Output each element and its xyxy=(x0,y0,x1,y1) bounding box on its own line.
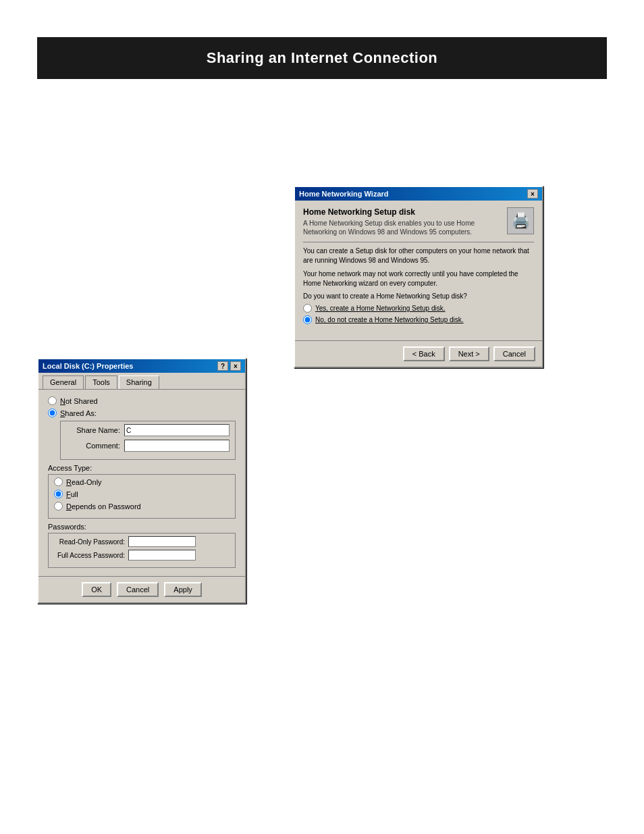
read-only-radio[interactable] xyxy=(54,477,63,486)
read-only-pw-row: Read-Only Password: xyxy=(54,536,230,547)
wizard-section-subtitle: A Home Networking Setup disk enables you… xyxy=(303,219,502,236)
wizard-header-text: Home Networking Setup disk A Home Networ… xyxy=(303,207,502,236)
full-access-pw-input[interactable] xyxy=(128,550,196,561)
read-only-row[interactable]: Read-Only xyxy=(54,477,230,486)
wizard-back-button[interactable]: < Back xyxy=(403,346,445,361)
shared-as-fields: Share Name: Comment: xyxy=(60,421,236,460)
properties-footer: OK Cancel Apply xyxy=(38,576,245,602)
properties-ok-button[interactable]: OK xyxy=(82,582,111,597)
wizard-title-text: Home Networking Wizard xyxy=(299,190,389,198)
wizard-option-yes[interactable]: Yes, create a Home Networking Setup disk… xyxy=(303,304,534,313)
full-label: Full xyxy=(66,490,78,498)
wizard-radio-no[interactable] xyxy=(303,315,312,324)
not-shared-label: Not Shared xyxy=(60,397,98,405)
tab-general[interactable]: General xyxy=(43,375,84,389)
depends-radio[interactable] xyxy=(54,502,63,511)
passwords-section-label: Passwords: xyxy=(48,523,236,531)
passwords-box: Read-Only Password: Full Access Password… xyxy=(48,533,236,568)
wizard-section-title: Home Networking Setup disk xyxy=(303,207,502,217)
full-row[interactable]: Full xyxy=(54,490,230,498)
tab-strip: General Tools Sharing xyxy=(38,373,245,389)
properties-help-button[interactable]: ? xyxy=(217,361,228,371)
header-bar: Sharing an Internet Connection xyxy=(37,37,607,79)
properties-title-text: Local Disk (C:) Properties xyxy=(43,362,133,370)
read-only-label: Read-Only xyxy=(66,478,102,486)
wizard-footer: < Back Next > Cancel xyxy=(295,340,542,367)
access-type-box: Read-Only Full Depends on Password xyxy=(48,474,236,519)
properties-apply-button[interactable]: Apply xyxy=(164,582,202,597)
wizard-body-text-1: You can create a Setup disk for other co… xyxy=(303,246,534,265)
tab-sharing[interactable]: Sharing xyxy=(119,375,159,389)
full-access-pw-label: Full Access Password: xyxy=(54,552,125,559)
properties-dialog: Local Disk (C:) Properties ? × General T… xyxy=(37,358,246,604)
wizard-option-no[interactable]: No, do not create a Home Networking Setu… xyxy=(303,315,534,324)
properties-titlebar-controls: ? × xyxy=(217,361,241,371)
wizard-header-section: Home Networking Setup disk A Home Networ… xyxy=(303,207,534,236)
wizard-content: Home Networking Setup disk A Home Networ… xyxy=(295,201,542,334)
wizard-dialog: Home Networking Wizard × Home Networking… xyxy=(294,186,543,368)
tab-tools[interactable]: Tools xyxy=(85,375,117,389)
shared-as-label: Shared As: xyxy=(60,409,97,417)
wizard-close-button[interactable]: × xyxy=(527,189,538,199)
not-shared-row[interactable]: Not Shared xyxy=(48,396,236,405)
wizard-cancel-button[interactable]: Cancel xyxy=(493,346,535,361)
properties-close-button[interactable]: × xyxy=(230,361,241,371)
share-name-row: Share Name: xyxy=(66,424,230,436)
wizard-yes-label[interactable]: Yes, create a Home Networking Setup disk… xyxy=(315,305,446,312)
comment-input[interactable] xyxy=(124,440,230,452)
shared-as-row[interactable]: Shared As: xyxy=(48,409,236,417)
not-shared-radio[interactable] xyxy=(48,396,57,405)
properties-content: Not Shared Shared As: Share Name: Commen… xyxy=(38,389,245,576)
wizard-next-button[interactable]: Next > xyxy=(449,346,489,361)
properties-cancel-button[interactable]: Cancel xyxy=(117,582,159,597)
wizard-question: Do you want to create a Home Networking … xyxy=(303,292,534,300)
share-name-label: Share Name: xyxy=(66,426,120,434)
properties-titlebar: Local Disk (C:) Properties ? × xyxy=(38,359,245,373)
wizard-body-text-2: Your home network may not work correctly… xyxy=(303,269,534,288)
full-access-pw-row: Full Access Password: xyxy=(54,550,230,561)
page-title: Sharing an Internet Connection xyxy=(51,49,593,67)
depends-row[interactable]: Depends on Password xyxy=(54,502,230,511)
wizard-icon: 🖨️ xyxy=(507,207,534,234)
wizard-titlebar: Home Networking Wizard × xyxy=(295,187,542,201)
read-only-pw-input[interactable] xyxy=(128,536,196,547)
read-only-pw-label: Read-Only Password: xyxy=(54,538,125,546)
wizard-radio-yes[interactable] xyxy=(303,304,312,313)
comment-label: Comment: xyxy=(66,442,120,450)
depends-label: Depends on Password xyxy=(66,502,141,511)
full-radio[interactable] xyxy=(54,490,63,498)
comment-row: Comment: xyxy=(66,440,230,452)
access-type-section-label: Access Type: xyxy=(48,464,236,472)
shared-as-radio[interactable] xyxy=(48,409,57,417)
wizard-divider xyxy=(303,242,534,242)
share-name-input[interactable] xyxy=(124,424,230,436)
wizard-no-label[interactable]: No, do not create a Home Networking Setu… xyxy=(315,316,464,323)
